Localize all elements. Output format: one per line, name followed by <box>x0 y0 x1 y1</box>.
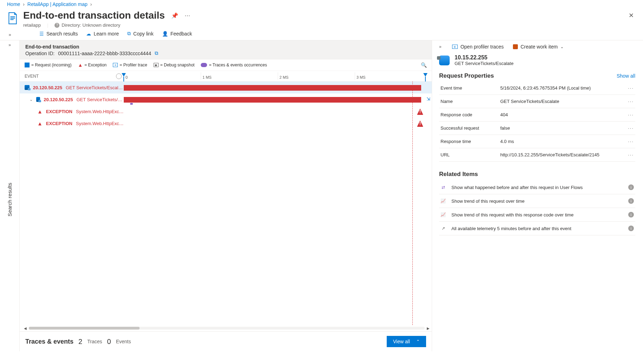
exception-icon: ▲ <box>37 109 43 115</box>
workitem-icon <box>513 44 518 49</box>
vertical-tab[interactable]: » Search results <box>0 40 20 351</box>
copy-icon: ⧉ <box>127 31 131 37</box>
breadcrumb-home[interactable]: Home <box>7 1 20 7</box>
operation-id: 00001111-aaaa-2222-bbbb-3333cccc4444 <box>58 51 151 56</box>
copy-link-button[interactable]: ⧉Copy link <box>127 31 154 37</box>
timeline-rows: 20.120.50.225 GET ServiceTickets/Escalat… <box>20 82 432 325</box>
vertical-tab-label: Search results <box>7 183 13 216</box>
svg-rect-2 <box>10 19 13 20</box>
learn-more-button[interactable]: ☁Learn more <box>86 31 119 37</box>
details-panel: » ≡Open profiler traces Create work item… <box>432 40 643 351</box>
details-resource: 10.15.22.255 GET ServiceTickets/Escalate <box>439 54 635 66</box>
related-item[interactable]: 📈Show trend of this request with this re… <box>439 208 635 222</box>
legend-request-icon <box>25 63 30 67</box>
property-row: URLhttp://10.15.22.255/ServiceTickets/Es… <box>439 148 635 162</box>
show-all-link[interactable]: Show all <box>617 73 635 79</box>
cloud-server-icon <box>439 56 450 65</box>
row-menu-icon[interactable]: ··· <box>628 125 634 131</box>
property-row: Response code404··· <box>439 108 635 122</box>
horizontal-scrollbar[interactable]: ◀ ▶ <box>20 325 432 331</box>
related-item[interactable]: ⇄Show what happened before and after thi… <box>439 181 635 194</box>
timeline-header: EVENT 0 1 MS 2 MS 3 MS <box>20 71 432 82</box>
related-item[interactable]: ↗All available telemetry 5 minutes befor… <box>439 222 635 235</box>
scroll-left-icon[interactable]: ◀ <box>24 326 27 330</box>
pin-icon[interactable]: 📌 <box>171 12 178 19</box>
property-row: Successful requestfalse··· <box>439 122 635 135</box>
legend-exception-icon: ▲ <box>78 62 83 68</box>
breadcrumb-app[interactable]: RetailApp | Application map <box>27 1 88 7</box>
timeline-row[interactable]: ⌄ 20.120.50.225 GET ServiceTickets/Escal… <box>20 93 432 105</box>
chevron-down-icon[interactable]: ⌄ <box>30 97 33 102</box>
info-icon[interactable]: i <box>628 198 634 204</box>
timeline-row[interactable]: 20.120.50.225 GET ServiceTickets/Escalat… <box>20 82 432 93</box>
row-menu-icon[interactable]: ··· <box>628 152 634 157</box>
row-menu-icon[interactable]: ··· <box>628 99 634 104</box>
row-menu-icon[interactable]: ··· <box>628 139 634 144</box>
info-icon[interactable]: i <box>628 226 634 231</box>
details-ip: 10.15.22.255 <box>455 54 514 61</box>
list-icon: ☰ <box>39 31 44 37</box>
create-work-item-button[interactable]: Create work item⌄ <box>513 44 564 50</box>
chart-icon: 📈 <box>441 199 446 203</box>
subtitle: retailapp <box>23 22 41 28</box>
search-icon[interactable]: 🔍 <box>421 62 427 68</box>
chevron-down-icon: ⌄ <box>560 45 564 49</box>
row-menu-icon[interactable]: ··· <box>628 85 634 91</box>
feedback-button[interactable]: 👤Feedback <box>162 31 192 37</box>
chevron-up-icon: ⌃ <box>416 339 420 344</box>
server-icon <box>25 85 30 90</box>
exception-marker[interactable]: ! <box>417 121 423 127</box>
legend: = Request (incoming) ▲= Exception ≡= Pro… <box>20 59 432 71</box>
legend-profiler-icon: ≡ <box>113 63 118 67</box>
arrow-icon: ↗ <box>441 226 446 231</box>
copy-id-icon[interactable]: ⧉ <box>155 50 158 56</box>
collapse-right-icon[interactable]: » <box>439 44 442 49</box>
info-icon[interactable]: i <box>628 212 634 217</box>
search-results-button[interactable]: ☰Search results <box>39 31 78 37</box>
collapse-left-icon[interactable]: » <box>0 28 20 40</box>
transaction-header: End-to-end transaction Operation ID: 000… <box>20 40 432 59</box>
range-start-handle[interactable] <box>122 73 126 77</box>
resource-icon <box>7 11 18 25</box>
open-profiler-button[interactable]: ≡Open profiler traces <box>452 44 504 50</box>
traces-events-footer: Traces & events 2Traces 0Events View all… <box>20 331 432 351</box>
related-items-title: Related Items <box>439 171 635 178</box>
scroll-right-icon[interactable]: ▶ <box>427 326 430 330</box>
view-all-button[interactable]: View all ⌃ <box>387 336 426 347</box>
server-icon <box>36 97 40 102</box>
related-item[interactable]: 📈Show trend of this request over timei <box>439 194 635 208</box>
details-subtitle: GET ServiceTickets/Escalate <box>455 61 514 66</box>
exception-marker[interactable]: ! <box>417 109 423 115</box>
timeline-row-exception[interactable]: ▲ EXCEPTION System.Web.HttpException ! <box>20 117 432 129</box>
range-end-handle[interactable] <box>423 73 427 77</box>
page-title: End-to-end transaction details <box>23 10 165 21</box>
breadcrumb: Home › RetailApp | Application map › <box>0 0 643 8</box>
svg-rect-1 <box>10 18 15 19</box>
row-menu-icon[interactable]: ··· <box>628 112 634 117</box>
property-row: Response time4.0 ms··· <box>439 135 635 148</box>
diagnose-icon[interactable]: ⇲ <box>426 96 430 102</box>
trace-marker[interactable] <box>130 103 133 105</box>
legend-trace-icon <box>201 63 207 67</box>
toolbar: ☰Search results ☁Learn more ⧉Copy link 👤… <box>20 28 192 40</box>
timeline-row-exception[interactable]: ▲ EXCEPTION System.Web.HttpException ! <box>20 105 432 117</box>
request-properties-title: Request Properties <box>439 72 494 79</box>
profiler-icon: ≡ <box>452 45 458 49</box>
cloud-icon: ☁ <box>86 31 91 37</box>
exception-icon: ▲ <box>37 121 43 126</box>
chart-icon: 📈 <box>441 212 446 217</box>
property-row: NameGET ServiceTickets/Escalate··· <box>439 95 635 108</box>
more-icon[interactable]: ⋯ <box>185 12 190 19</box>
page-header: End-to-end transaction details 📌 ⋯ ✕ ret… <box>0 8 643 28</box>
feedback-icon: 👤 <box>162 31 168 37</box>
legend-snapshot-icon: ◉ <box>154 63 159 67</box>
property-row: Event time5/16/2024, 6:23:45.7675354 PM … <box>439 82 635 95</box>
info-icon: ? <box>54 23 59 28</box>
directory-label: Directory: Unknown directory <box>62 22 120 28</box>
svg-rect-0 <box>10 17 15 17</box>
userflows-icon: ⇄ <box>441 185 446 190</box>
info-icon[interactable]: i <box>628 184 634 190</box>
clock-icon[interactable] <box>116 73 122 79</box>
close-icon[interactable]: ✕ <box>629 12 636 19</box>
transaction-panel: End-to-end transaction Operation ID: 000… <box>20 40 432 351</box>
